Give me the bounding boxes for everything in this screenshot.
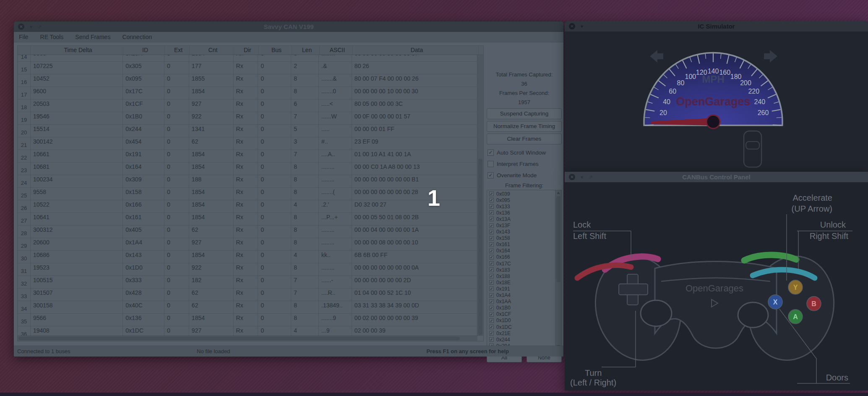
column-header[interactable]: Dir bbox=[234, 46, 259, 55]
frame-row[interactable]: 18205030x1CF0927Rx06.....<80 05 00 00 00… bbox=[18, 100, 477, 112]
filter-item[interactable]: ✓0x1D0 bbox=[487, 317, 555, 324]
checkbox-icon[interactable]: ✓ bbox=[489, 306, 494, 310]
frame-row[interactable]: 283003120x405062Rx08........00 00 04 00 … bbox=[18, 226, 477, 238]
minimize-icon[interactable]: ▾ bbox=[30, 24, 32, 30]
checkbox-icon[interactable]: ✓ bbox=[489, 255, 494, 260]
filter-item[interactable]: ✓0x183 bbox=[487, 267, 555, 273]
filter-item[interactable]: ✓0x17C bbox=[487, 260, 555, 267]
column-header[interactable]: Bus bbox=[259, 46, 292, 55]
close-icon[interactable]: ✕ bbox=[18, 24, 24, 30]
right-shoulder-accelerate-highlight[interactable] bbox=[744, 255, 796, 260]
checkbox-auto-scroll-window[interactable]: ✓Auto Scroll Window bbox=[487, 149, 546, 156]
minimize-icon[interactable]: ▾ bbox=[581, 24, 583, 29]
normalize-frame-timing-button[interactable]: Normalize Frame Timing bbox=[487, 121, 562, 132]
filter-item[interactable]: ✓0x164 bbox=[487, 248, 555, 254]
filter-item[interactable]: ✓0x1CF bbox=[487, 311, 555, 317]
filter-item[interactable]: ✓0x1B0 bbox=[487, 305, 555, 311]
checkbox-icon[interactable]: ✓ bbox=[487, 149, 494, 156]
filter-item[interactable]: ✓0x1A4 bbox=[487, 292, 555, 299]
checkbox-icon[interactable]: ✓ bbox=[489, 191, 494, 196]
filter-item[interactable]: ✓0x1DC bbox=[487, 324, 555, 330]
frame-row[interactable]: 1796000x17C01854Rx08.......000 00 00 00 … bbox=[18, 87, 477, 100]
filter-item[interactable]: ✓0x21E bbox=[487, 330, 555, 336]
filter-item[interactable]: ✓0x136 bbox=[487, 210, 555, 216]
menu-file[interactable]: File bbox=[19, 34, 29, 40]
filter-item[interactable]: ✓0x161 bbox=[487, 241, 555, 248]
frame-filter-list[interactable]: ✓0x039✓0x095✓0x133✓0x136✓0x13A✓0x13F✓0x1… bbox=[487, 190, 562, 349]
checkbox-icon[interactable]: ✓ bbox=[489, 223, 494, 228]
close-icon[interactable]: ✕ bbox=[569, 174, 575, 180]
frame-row[interactable]: 20155140x24401341Rx05.....00 00 00 01 FF bbox=[18, 125, 477, 137]
checkbox-icon[interactable]: ✓ bbox=[489, 331, 494, 336]
close-icon[interactable]: ✕ bbox=[569, 23, 575, 29]
frame-row[interactable]: 241002340x3090188Rx08........00 00 00 00… bbox=[18, 175, 477, 188]
frame-row[interactable]: 29206000x1A40927Rx08........00 00 00 08 … bbox=[18, 238, 477, 251]
checkbox-icon[interactable]: ✓ bbox=[489, 198, 494, 202]
menu-send-frames[interactable]: Send Frames bbox=[75, 34, 110, 40]
scrollbar-thumb[interactable] bbox=[18, 337, 460, 340]
column-header[interactable]: Len bbox=[292, 46, 320, 55]
right-stick[interactable] bbox=[738, 302, 768, 328]
clear-frames-button[interactable]: Clear Frames bbox=[487, 134, 562, 144]
frame-row[interactable]: 30106860x14301854Rx04kk..6B 6B 00 FF bbox=[18, 251, 477, 263]
checkbox-overwrite-mode[interactable]: ✓Overwrite Mode bbox=[487, 172, 537, 178]
frame-row[interactable]: 27106410x16101854Rx08...P...+00 00 05 50… bbox=[18, 213, 477, 226]
row-number-header[interactable] bbox=[18, 46, 31, 55]
checkbox-icon[interactable]: ✓ bbox=[489, 312, 494, 317]
filter-item[interactable]: ✓0x133 bbox=[487, 203, 555, 210]
frame-row[interactable]: 36194080x1DC0927Rx04...902 00 00 39 bbox=[18, 326, 477, 336]
filter-scrollbar[interactable] bbox=[555, 190, 561, 349]
checkbox-icon[interactable]: ✓ bbox=[487, 172, 494, 178]
column-header[interactable]: Time Delta bbox=[31, 46, 123, 55]
filter-item[interactable]: ✓0x095 bbox=[487, 197, 555, 203]
column-header[interactable]: Cnt bbox=[190, 46, 234, 55]
frame-row[interactable]: 31195230x1D00922Rx08........00 00 00 00 … bbox=[18, 263, 477, 276]
left-stick[interactable] bbox=[641, 300, 672, 326]
frame-row[interactable]: 3595660x13601854Rx08.......900 02 00 00 … bbox=[18, 314, 477, 326]
checkbox-interpret-frames[interactable]: Interpret Frames bbox=[487, 160, 539, 167]
checkbox-icon[interactable]: ✓ bbox=[489, 230, 494, 234]
horizontal-scrollbar[interactable] bbox=[18, 336, 477, 341]
filter-item[interactable]: ✓0x13F bbox=[487, 222, 555, 228]
checkbox-icon[interactable]: ✓ bbox=[489, 261, 494, 266]
checkbox-icon[interactable] bbox=[487, 161, 494, 167]
frame-row[interactable]: 2595580x15801854Rx08.......(00 00 00 00 … bbox=[18, 188, 477, 200]
suspend-capturing-button[interactable]: Suspend Capturing bbox=[487, 108, 562, 119]
checkbox-icon[interactable]: ✓ bbox=[489, 286, 494, 291]
scroll-up-icon[interactable] bbox=[557, 191, 560, 194]
column-header[interactable]: ASCII bbox=[320, 46, 353, 55]
checkbox-icon[interactable]: ✓ bbox=[489, 318, 494, 323]
frame-row[interactable]: 16104520x09501855Rx08.......&80 00 07 F4… bbox=[18, 74, 477, 87]
turn-left-arrow-icon[interactable] bbox=[650, 50, 663, 63]
filter-item[interactable]: ✓0x188 bbox=[487, 273, 555, 279]
maximize-icon[interactable]: ⇗ bbox=[38, 24, 42, 30]
filter-item[interactable]: ✓0x158 bbox=[487, 235, 555, 241]
maximize-icon[interactable]: ⇗ bbox=[589, 174, 593, 180]
column-header[interactable]: ID bbox=[123, 46, 165, 55]
menu-connection[interactable]: Connection bbox=[122, 34, 152, 40]
frame-row[interactable]: 151072250x3050177Rx02.&80 26 bbox=[18, 62, 477, 74]
checkbox-icon[interactable]: ✓ bbox=[489, 293, 494, 298]
cp-titlebar[interactable]: ✕ ▾ ⇗ CANBus Control Panel bbox=[565, 172, 868, 182]
column-header[interactable]: Data bbox=[353, 46, 479, 55]
checkbox-icon[interactable]: ✓ bbox=[489, 299, 494, 304]
checkbox-icon[interactable]: ✓ bbox=[489, 249, 494, 253]
checkbox-icon[interactable]: ✓ bbox=[489, 204, 494, 209]
checkbox-icon[interactable]: ✓ bbox=[489, 274, 494, 278]
filter-item[interactable]: ✓0x244 bbox=[487, 336, 555, 343]
checkbox-icon[interactable]: ✓ bbox=[489, 337, 494, 342]
checkbox-icon[interactable]: ✓ bbox=[489, 236, 494, 241]
frame-row[interactable]: 333015070x428062Rx07....R..01 04 00 00 5… bbox=[18, 288, 477, 301]
frames-table-viewport[interactable]: 1495650x13A01854Rx08.......700 00 00 00 … bbox=[18, 55, 477, 336]
filter-item[interactable]: ✓0x039 bbox=[487, 191, 555, 197]
filter-item[interactable]: ✓0x166 bbox=[487, 254, 555, 260]
frame-row[interactable]: 19195460x1B00922Rx07......W00 0F 00 00 0… bbox=[18, 112, 477, 125]
checkbox-icon[interactable]: ✓ bbox=[489, 280, 494, 285]
filter-item[interactable]: ✓0x13A bbox=[487, 216, 555, 222]
checkbox-icon[interactable]: ✓ bbox=[489, 217, 494, 221]
savvycan-titlebar[interactable]: ✕ ▾ ⇗ Savvy CAN V199 bbox=[14, 21, 563, 32]
column-header[interactable]: Ext bbox=[165, 46, 190, 55]
filter-item[interactable]: ✓0x191 bbox=[487, 286, 555, 292]
frame-row[interactable]: 213001420x454062Rx03#..23 EF 09 bbox=[18, 137, 477, 150]
frame-row[interactable]: 26105220x16601854Rx04.2.'D0 32 00 27 bbox=[18, 200, 477, 213]
